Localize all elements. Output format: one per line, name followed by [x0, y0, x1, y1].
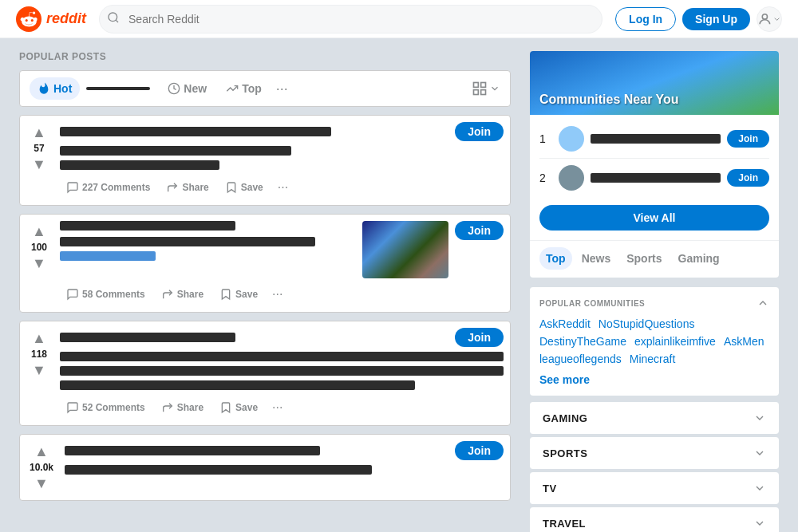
category-gaming[interactable]: GAMING: [530, 402, 779, 434]
chevron-down-gaming: [753, 412, 766, 424]
save-btn-2[interactable]: Save: [213, 283, 264, 305]
community-icon-1: [559, 126, 584, 152]
category-sports[interactable]: SPORTS: [530, 437, 779, 469]
comment-icon-3: [66, 401, 79, 414]
comments-btn-1[interactable]: 227 Comments: [60, 176, 156, 199]
save-icon-1: [225, 181, 238, 194]
save-btn-3[interactable]: Save: [213, 396, 264, 419]
community-join-btn-2[interactable]: Join: [727, 169, 769, 187]
upvote-4[interactable]: ▲: [34, 444, 49, 459]
post-join-2[interactable]: Join: [455, 221, 504, 240]
post-body-3c: [60, 380, 415, 390]
downvote-3[interactable]: ▼: [32, 363, 46, 377]
sort-top[interactable]: Top: [218, 77, 270, 100]
reddit-logo-icon: [16, 6, 41, 32]
post-card-4[interactable]: ▲ 10.0k ▼ Join: [19, 434, 511, 501]
share-btn-3[interactable]: Share: [155, 396, 210, 419]
tab-top[interactable]: Top: [539, 247, 572, 270]
post-join-1[interactable]: Join: [455, 122, 504, 141]
sort-hot[interactable]: Hot: [30, 77, 80, 100]
categories-section: GAMING SPORTS TV TRAVEL HEALTH & FITNESS: [530, 402, 779, 532]
tag-leagueoflegends[interactable]: leagueoflegends: [539, 353, 622, 365]
community-row-2: 2 Join: [539, 159, 769, 197]
share-label-1: Share: [182, 182, 208, 193]
share-btn-1[interactable]: Share: [160, 176, 215, 199]
svg-rect-5: [481, 83, 486, 88]
post-title-block-3: [60, 333, 235, 342]
signup-button[interactable]: Sign Up: [682, 8, 750, 30]
post-join-4[interactable]: Join: [455, 441, 504, 460]
save-btn-1[interactable]: Save: [219, 176, 270, 199]
sidebar: Communities Near You 1 Join 2: [530, 51, 779, 532]
view-toggle[interactable]: [472, 81, 500, 97]
share-btn-2[interactable]: Share: [155, 283, 210, 305]
sort-bar: Hot New Top ···: [19, 70, 511, 107]
sort-new-label: New: [184, 82, 207, 95]
popular-communities-card: POPULAR COMMUNITIES AskReddit NoStupidQu…: [530, 287, 779, 396]
tag-askredddit[interactable]: AskReddit: [539, 317, 591, 330]
post-content-3: Join 52 Comments Share: [60, 328, 504, 419]
post-body-4a: [65, 465, 372, 475]
post-title-block-2: [60, 221, 235, 231]
svg-point-2: [762, 14, 767, 18]
post-card-2[interactable]: ▲ 100 ▼ Join: [19, 214, 511, 313]
comment-icon-2: [66, 288, 79, 301]
upvote-3[interactable]: ▲: [32, 331, 46, 345]
tag-minecraft[interactable]: Minecraft: [630, 353, 676, 365]
search-bar: [99, 5, 602, 33]
vote-count-4: 10.0k: [30, 462, 53, 473]
tab-gaming[interactable]: Gaming: [672, 247, 726, 270]
post-card-3[interactable]: ▲ 118 ▼ Join 52 Comments: [19, 321, 511, 426]
post-link-block-2: [60, 251, 156, 261]
upvote-1[interactable]: ▲: [32, 125, 46, 140]
post-more-2[interactable]: ···: [267, 284, 287, 305]
post-thumbnail-2: [362, 221, 448, 278]
communities-banner: Communities Near You: [530, 51, 779, 115]
post-join-3[interactable]: Join: [455, 328, 504, 347]
post-more-3[interactable]: ···: [267, 397, 287, 418]
save-icon-2: [219, 288, 232, 301]
collapse-icon[interactable]: [757, 297, 769, 309]
sort-new[interactable]: New: [160, 77, 215, 100]
community-join-btn-1[interactable]: Join: [727, 130, 769, 148]
comments-label-3: 52 Comments: [82, 402, 145, 413]
share-icon-1: [166, 181, 179, 194]
category-travel[interactable]: TRAVEL: [530, 507, 779, 532]
post-more-1[interactable]: ···: [273, 177, 293, 198]
user-icon: [757, 11, 772, 27]
chevron-down-sports: [753, 447, 766, 459]
upvote-2[interactable]: ▲: [32, 224, 46, 238]
post-content-2: Join 58 Comments Share Sav: [60, 221, 504, 305]
user-menu[interactable]: [757, 6, 782, 32]
category-travel-label: TRAVEL: [543, 518, 586, 530]
comments-btn-3[interactable]: 52 Comments: [60, 396, 152, 419]
save-label-2: Save: [235, 289, 258, 300]
tag-explainlikeimfive[interactable]: explainlikeimfive: [634, 335, 716, 348]
post-card-1[interactable]: ▲ 57 ▼ Join 227 Comments: [19, 115, 511, 206]
community-num-2: 2: [539, 171, 552, 184]
tab-news[interactable]: News: [575, 247, 618, 270]
see-more-link[interactable]: See more: [539, 373, 769, 386]
post-body-1a: [60, 146, 291, 156]
tab-sports[interactable]: Sports: [620, 247, 668, 270]
chevron-down-icon: [772, 14, 781, 24]
downvote-2[interactable]: ▼: [32, 256, 46, 270]
downvote-1[interactable]: ▼: [32, 157, 46, 171]
post-title-block-4: [65, 446, 320, 455]
category-tv[interactable]: TV: [530, 472, 779, 504]
reddit-logo[interactable]: reddit: [16, 6, 86, 32]
sort-more-icon[interactable]: ···: [273, 81, 291, 97]
vote-col-2: ▲ 100 ▼: [26, 221, 52, 305]
view-all-button[interactable]: View All: [539, 205, 769, 231]
chevron-down-travel: [753, 517, 766, 530]
login-button[interactable]: Log In: [615, 7, 676, 31]
comments-btn-2[interactable]: 58 Comments: [60, 283, 152, 305]
post-content-1: Join 227 Comments Share: [60, 122, 504, 199]
community-tags: AskReddit NoStupidQuestions DestinyTheGa…: [539, 317, 769, 365]
vote-count-2: 100: [31, 242, 47, 253]
search-input[interactable]: [99, 5, 602, 33]
tag-destinythegame[interactable]: DestinyTheGame: [539, 335, 626, 348]
tag-askmen[interactable]: AskMen: [724, 335, 764, 348]
tag-nostupidquestions[interactable]: NoStupidQuestions: [598, 317, 695, 330]
downvote-4[interactable]: ▼: [34, 476, 49, 491]
